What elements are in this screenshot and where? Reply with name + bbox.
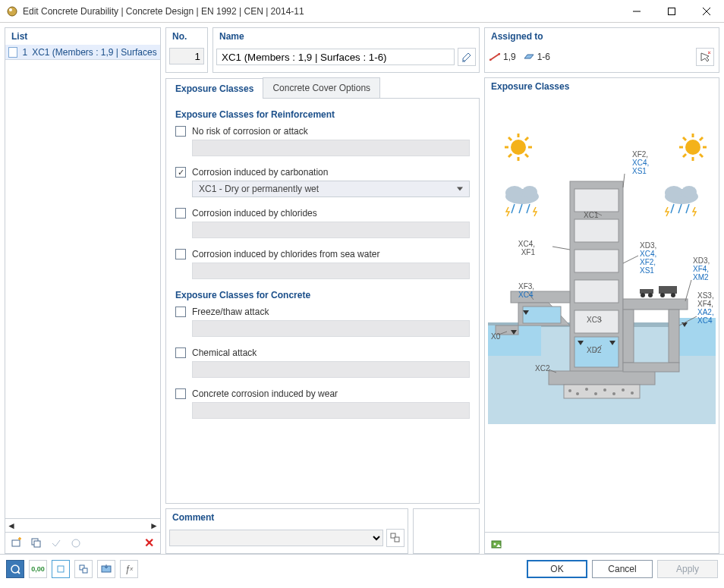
svg-text:XD2: XD2: [587, 346, 602, 354]
svg-text:XS1: XS1: [640, 266, 654, 275]
svg-rect-61: [549, 371, 655, 385]
svg-text:XS3,: XS3,: [697, 291, 714, 300]
list-row-index: 1: [22, 47, 27, 58]
svg-rect-63: [623, 310, 634, 363]
cancel-button[interactable]: Cancel: [592, 560, 653, 578]
exposure-diagram: XF2, XC4, XS1 XC1 XC4, XF1 XD3, XC4, XF2…: [488, 98, 716, 424]
svg-line-50: [678, 204, 682, 213]
field-chlorides-sea: [192, 263, 470, 279]
svg-rect-3: [669, 8, 675, 14]
assigned-members-text: 1,9: [503, 52, 516, 62]
comment-select[interactable]: [169, 530, 383, 546]
apply-button: Apply: [657, 560, 718, 578]
scroll-right-icon[interactable]: ►: [150, 520, 159, 531]
no-input[interactable]: [169, 48, 204, 64]
chk-freeze[interactable]: [175, 307, 186, 317]
diagram-panel: Exposure Classes: [484, 77, 719, 554]
comment-side-slot: [413, 508, 480, 554]
svg-text:XC1: XC1: [584, 211, 599, 219]
delete-item-button[interactable]: ✕: [140, 535, 157, 552]
tab-concrete-cover-options[interactable]: Concrete Cover Options: [263, 77, 380, 98]
chk-carbonation[interactable]: [175, 167, 186, 178]
diagram-body: XF2, XC4, XS1 XC1 XC4, XF1 XD3, XC4, XF2…: [485, 95, 719, 532]
list-header: List: [5, 28, 160, 45]
ok-button[interactable]: OK: [527, 560, 587, 578]
svg-point-31: [685, 140, 700, 155]
name-input[interactable]: [216, 49, 455, 65]
svg-text:XC4,: XC4,: [632, 159, 649, 167]
comment-panel: Comment: [165, 508, 408, 554]
chk-chlorides-sea[interactable]: [175, 249, 186, 259]
svg-text:XF3,: XF3,: [518, 282, 534, 291]
titlebar: Edit Concrete Durability | Concrete Desi…: [0, 0, 724, 23]
btn-3[interactable]: [52, 560, 70, 578]
svg-text:XC4: XC4: [697, 316, 713, 325]
lbl-chlorides: Corrosion induced by chlorides: [192, 208, 317, 219]
scroll-left-icon[interactable]: ◄: [7, 520, 16, 531]
chk-chemical[interactable]: [175, 347, 186, 358]
toolbar-btn-3[interactable]: [48, 535, 65, 552]
svg-rect-56: [574, 280, 619, 303]
svg-line-27: [508, 137, 512, 140]
tab-bar: Exposure Classes Concrete Cover Options: [165, 77, 480, 99]
btn-4[interactable]: [74, 560, 93, 578]
edit-name-button[interactable]: [458, 48, 476, 66]
chk-chlorides[interactable]: [175, 208, 186, 219]
svg-rect-64: [669, 310, 679, 363]
svg-text:XC2: XC2: [535, 364, 550, 373]
list-horizontal-scrollbar[interactable]: ◄ ►: [5, 518, 160, 532]
help-button[interactable]: [6, 560, 24, 578]
select-in-view-button[interactable]: [696, 48, 714, 66]
list-panel: List 1 XC1 (Members : 1,9 | Surfaces : 1…: [5, 27, 161, 554]
toolbar-btn-4[interactable]: [68, 535, 84, 552]
svg-point-68: [568, 389, 571, 392]
svg-point-70: [585, 388, 588, 391]
new-item-button[interactable]: [8, 535, 25, 552]
svg-line-44: [519, 204, 522, 213]
svg-text:XF2,: XF2,: [640, 258, 656, 266]
svg-text:XC3: XC3: [587, 316, 602, 324]
svg-point-22: [511, 140, 526, 155]
maximize-button[interactable]: [654, 0, 689, 23]
comment-library-button[interactable]: [386, 529, 404, 547]
svg-line-45: [527, 204, 530, 213]
dialog-bottom-bar: 0,00 ƒx OK Cancel Apply: [0, 554, 724, 583]
svg-point-81: [671, 293, 675, 297]
surface-icon: [524, 53, 534, 61]
svg-line-28: [525, 154, 528, 157]
btn-6[interactable]: ƒx: [120, 560, 138, 578]
svg-point-72: [603, 388, 606, 391]
lbl-chemical: Chemical attack: [192, 347, 257, 358]
close-button[interactable]: [689, 0, 724, 23]
svg-line-108: [17, 571, 20, 574]
svg-point-75: [631, 391, 634, 395]
svg-rect-54: [574, 219, 619, 242]
svg-point-106: [494, 542, 496, 545]
units-button[interactable]: 0,00: [29, 560, 47, 578]
list-area[interactable]: 1 XC1 (Members : 1,9 | Surfaces : 1…: [5, 45, 160, 518]
diagram-toolbar-button[interactable]: [488, 535, 505, 552]
select-carbonation[interactable]: XC1 - Dry or permanently wet: [192, 181, 470, 197]
tab-exposure-classes[interactable]: Exposure Classes: [165, 78, 263, 99]
svg-rect-53: [574, 189, 619, 212]
svg-point-1: [9, 8, 12, 11]
chk-wear[interactable]: [175, 388, 186, 399]
svg-point-73: [612, 392, 615, 395]
name-header: Name: [213, 28, 479, 45]
minimize-button[interactable]: [619, 0, 654, 23]
field-wear: [192, 402, 470, 419]
btn-5[interactable]: [97, 560, 115, 578]
no-header: No.: [166, 28, 207, 45]
svg-line-51: [686, 204, 689, 213]
list-row[interactable]: 1 XC1 (Members : 1,9 | Surfaces : 1…: [5, 45, 160, 60]
chk-no-risk[interactable]: [175, 126, 186, 137]
svg-point-47: [665, 186, 683, 200]
field-chlorides: [192, 222, 470, 238]
assigned-to-panel: Assigned to 1,9 1-6: [484, 27, 719, 73]
svg-rect-79: [659, 286, 677, 294]
svg-text:X0: X0: [491, 332, 501, 341]
svg-line-38: [683, 154, 686, 157]
app-icon: [6, 5, 18, 17]
svg-line-29: [508, 154, 512, 157]
copy-item-button[interactable]: [28, 535, 45, 552]
